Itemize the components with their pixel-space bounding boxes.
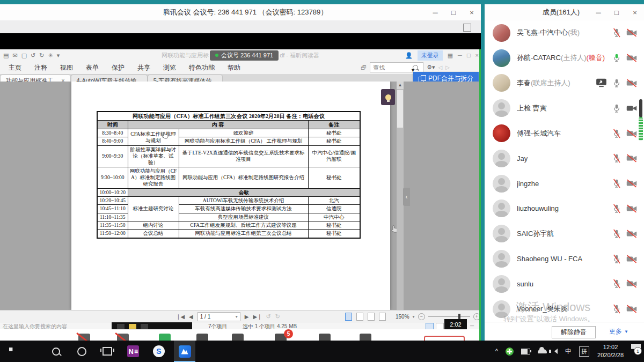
rotate-right-icon[interactable]: ↻ (275, 313, 280, 320)
meeting-id-pill[interactable]: 会议号 236 441 971 (210, 50, 279, 61)
prev-page-icon[interactable]: ◀ (189, 314, 193, 320)
menu-item[interactable]: 浏览 (157, 62, 182, 74)
gear-icon[interactable]: ⚙▾ (427, 64, 435, 71)
member-row[interactable]: 李春(联席主持人) (485, 71, 644, 96)
battery-icon[interactable] (517, 341, 534, 362)
menu-item[interactable]: 主页 (2, 62, 28, 74)
pdf-close-icon[interactable]: × (475, 52, 479, 58)
menu-item[interactable]: 特色功能 (182, 62, 221, 74)
tencent-meeting-button[interactable] (174, 341, 195, 362)
taskbar-search-button[interactable] (45, 341, 67, 362)
continuous-mode-icon[interactable] (356, 313, 363, 321)
toolbar-more-icon[interactable]: ▾ (57, 53, 60, 58)
single-page-mode-icon[interactable] (345, 313, 352, 321)
email-icon[interactable]: ✉ (12, 53, 17, 58)
save-icon[interactable]: ▤ (3, 53, 9, 58)
cortana-button[interactable] (71, 341, 92, 362)
menu-item[interactable]: 共享 (131, 62, 157, 74)
onedrive-cloud-icon[interactable] (534, 341, 551, 362)
zoom-caret-icon[interactable]: ▾ (413, 314, 415, 319)
bar-minimize-icon[interactable]: ─ (470, 323, 474, 329)
menu-item[interactable]: 保护 (105, 62, 131, 74)
action-center-button[interactable]: 1 (628, 337, 644, 362)
menu-item[interactable]: 注释 (28, 62, 54, 74)
agenda-row: 网联功能与应用（CFA）标准工作组第三次会议 2020年2月28日 备注：电话会… (97, 112, 360, 121)
task-view-button[interactable] (97, 341, 118, 362)
close-icon[interactable]: × (463, 4, 481, 20)
fullscreen-icon[interactable] (463, 24, 471, 32)
zoom-out-icon[interactable]: − (418, 313, 425, 320)
print-icon[interactable]: ▢ (21, 53, 27, 58)
zoom-level[interactable]: 150% (396, 314, 409, 320)
sogou-input-button[interactable]: S (148, 341, 170, 362)
unmute-button[interactable]: 解除静音 (552, 326, 596, 338)
member-row[interactable]: Jay (485, 146, 644, 171)
member-row[interactable]: sunlu (485, 271, 644, 297)
ime-indicator[interactable]: 拼 (575, 341, 593, 362)
antivirus-tray-icon[interactable] (502, 341, 517, 362)
next-page-icon[interactable]: ▶ (245, 314, 249, 320)
rotate-left-icon[interactable]: ↺ (266, 313, 271, 320)
grid-icon[interactable]: ▦ (448, 52, 453, 59)
redo-icon[interactable]: ↻ (39, 53, 44, 58)
taskbar-clock[interactable]: 12:02 2020/2/28 (593, 343, 628, 359)
find-next-icon[interactable]: ▷ (445, 64, 450, 70)
member-row[interactable]: 上检 曹寅 (485, 95, 644, 121)
collapse-panel-handle[interactable]: ‹ (403, 188, 410, 206)
maximize-icon[interactable]: □ (444, 4, 463, 20)
member-name: Shaoheng WU - FCA (517, 255, 582, 263)
menu-item[interactable]: 表单 (79, 62, 105, 74)
facing-mode-icon[interactable] (368, 313, 375, 321)
share-view-toolbar (0, 20, 481, 33)
member-row[interactable]: 孙航-CATARC(主持人)(噪音) (485, 46, 644, 71)
camera-off-icon[interactable] (117, 334, 129, 341)
hand-tool-icon[interactable]: ✳ (48, 53, 53, 58)
mute-icon[interactable] (78, 334, 90, 341)
scroll-up-icon[interactable]: ▲ (397, 82, 404, 89)
invite-icon[interactable] (196, 334, 208, 341)
zoom-slider[interactable] (428, 316, 470, 317)
member-avatar (493, 49, 510, 67)
more-button[interactable]: 更多▼ (609, 327, 628, 336)
pdf-menu-bar: 主页注释视图表单保护共享浏览特色功能帮助 (2, 62, 247, 74)
tray-expand-icon[interactable]: ^ (491, 341, 502, 362)
share-screen-icon[interactable] (159, 334, 171, 341)
menu-item[interactable]: 帮助 (221, 62, 247, 74)
member-row[interactable]: SAIC孙宇航 (485, 221, 644, 246)
onenote-button[interactable]: N≣ (122, 341, 144, 362)
facing-continuous-mode-icon[interactable] (379, 313, 386, 321)
member-row[interactable]: Shaoheng WU - FCA (485, 246, 644, 271)
pdf-restore-icon[interactable]: □ (467, 52, 471, 58)
language-indicator[interactable]: 中 (561, 341, 575, 362)
find-prev-icon[interactable]: ◁ (438, 64, 443, 70)
scrollbar-thumb[interactable] (397, 90, 403, 128)
highlighter-tool-button[interactable] (381, 89, 395, 105)
member-row[interactable]: 吴飞燕-中汽中心(我) (485, 20, 644, 46)
panel-maximize-icon[interactable]: □ (608, 4, 626, 20)
pdf-minimize-icon[interactable]: ─ (458, 52, 462, 58)
user-icon[interactable]: 👤 (405, 52, 413, 59)
find-input[interactable] (372, 64, 413, 71)
undo-icon[interactable]: ↺ (31, 53, 35, 58)
minimize-icon[interactable]: ─ (426, 4, 444, 20)
member-row[interactable]: jingzhe (485, 171, 644, 196)
member-row[interactable]: 傅强-长城汽车 (485, 121, 644, 146)
panel-scrollbar-thumb[interactable] (639, 99, 642, 117)
docs-icon[interactable] (319, 334, 331, 341)
page-number-box[interactable]: 1 / 1▾ (197, 312, 240, 321)
start-button[interactable] (2, 341, 24, 362)
first-page-icon[interactable]: ❘◀ (176, 314, 185, 320)
apps-icon[interactable] (360, 334, 371, 341)
last-page-icon[interactable]: ▶❘ (253, 314, 261, 320)
member-row[interactable]: liuzhouwuling (485, 196, 644, 221)
members-icon[interactable] (232, 334, 244, 341)
agenda-row: 10:20~10:45标准主题研究讨论AUTOWi车载无线传输系统技术介绍北汽 (97, 197, 360, 205)
login-button[interactable]: 未登录 (418, 50, 443, 61)
panel-close-icon[interactable]: × (626, 4, 644, 20)
panel-minimize-icon[interactable]: ─ (589, 4, 608, 20)
file-thumbnails (112, 322, 192, 330)
zoom-slider-thumb[interactable] (458, 314, 460, 319)
menu-item[interactable]: 视图 (54, 62, 79, 74)
pages-icon[interactable]: 🗗 (361, 64, 367, 71)
volume-icon[interactable] (551, 341, 561, 362)
